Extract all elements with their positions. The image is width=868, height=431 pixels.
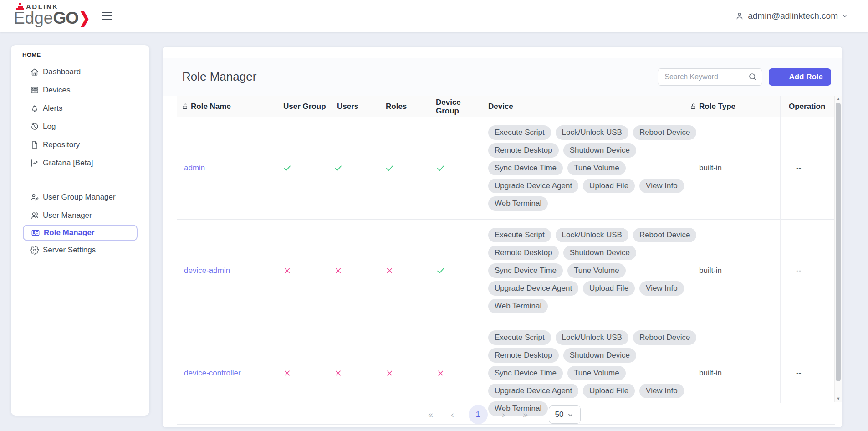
current-page-button[interactable]: 1 xyxy=(469,405,488,424)
column-header-device: Device xyxy=(488,96,513,117)
operation-value: -- xyxy=(796,369,801,378)
column-header-users: Users xyxy=(337,96,358,117)
role-type-value: built-in xyxy=(699,266,722,275)
plus-icon xyxy=(777,73,785,81)
permission-chip: View Info xyxy=(639,179,684,193)
product-name-go: GO xyxy=(53,10,78,27)
role-manager-panel: Role Manager Add Role Role NameUser Grou… xyxy=(163,47,842,427)
top-bar: ADLINK Edge GO ❯ admin@adlinktech.com xyxy=(0,0,868,32)
permission-chip: Remote Desktop xyxy=(488,348,559,363)
column-header-label: User Group xyxy=(283,102,326,111)
user-email: admin@adlinktech.com xyxy=(748,11,838,21)
column-header-label: Roles xyxy=(386,102,407,111)
sidebar-item-user-group-manager[interactable]: User Group Manager xyxy=(11,188,149,206)
sidebar-item-role-manager[interactable]: Role Manager xyxy=(23,225,138,241)
role-name-link[interactable]: admin xyxy=(184,164,205,173)
permission-chip: Shutdown Device xyxy=(563,143,636,158)
home-icon xyxy=(30,67,39,77)
sidebar-item-label: User Group Manager xyxy=(43,193,116,202)
next-page-button[interactable]: › xyxy=(498,410,510,420)
chart-icon xyxy=(30,159,39,168)
scroll-down-icon[interactable]: ▼ xyxy=(835,395,842,402)
column-header-label: Operation xyxy=(789,102,825,111)
sidebar-item-server-settings[interactable]: Server Settings xyxy=(11,241,149,259)
unlock-pin-icon[interactable] xyxy=(182,103,189,110)
table-row-admin: adminExecute ScriptLock/Unlock USBReboot… xyxy=(177,117,835,220)
prev-page-button[interactable]: ‹ xyxy=(447,410,459,420)
cross-icon-user-group xyxy=(264,267,310,275)
cross-icon-user-group xyxy=(264,369,310,378)
permission-chip: Web Terminal xyxy=(488,196,548,211)
permission-chip: Upload File xyxy=(583,179,635,193)
check-icon-roles xyxy=(367,164,412,173)
edgego-logo: ADLINK Edge GO ❯ xyxy=(14,3,91,27)
sidebar-admin-list: User Group ManagerUser ManagerRole Manag… xyxy=(11,188,149,259)
pagination: « ‹ 1 › » 50 xyxy=(163,402,842,427)
user-icon xyxy=(735,11,744,21)
scrollbar-thumb[interactable] xyxy=(836,103,841,381)
role-name-link[interactable]: device-controller xyxy=(184,369,241,378)
devices-icon xyxy=(30,86,39,95)
check-icon-device-group xyxy=(418,164,463,173)
sidebar-item-repository[interactable]: Repository xyxy=(11,136,149,154)
add-role-button[interactable]: Add Role xyxy=(769,68,831,86)
search-box xyxy=(658,68,762,86)
permission-chip: Sync Device Time xyxy=(488,263,563,278)
vertical-scrollbar[interactable]: ▲ ▼ xyxy=(834,96,842,402)
file-icon xyxy=(30,140,39,149)
table-row-device-admin: device-adminExecute ScriptLock/Unlock US… xyxy=(177,220,835,322)
search-icon[interactable] xyxy=(748,72,757,83)
users-icon xyxy=(30,211,39,220)
sidebar-item-devices[interactable]: Devices xyxy=(11,81,149,99)
permission-chip: Lock/Unlock USB xyxy=(556,125,628,140)
first-page-button[interactable]: « xyxy=(425,410,437,420)
sidebar-item-user-manager[interactable]: User Manager xyxy=(11,206,149,225)
device-permissions: Execute ScriptLock/Unlock USBReboot Devi… xyxy=(488,125,711,211)
cross-icon-roles xyxy=(367,369,412,378)
permission-chip: Execute Script xyxy=(488,330,551,345)
sidebar-item-label: Alerts xyxy=(43,104,62,113)
column-header-operation: Operation xyxy=(789,96,825,117)
sidebar-item-dashboard[interactable]: Dashboard xyxy=(11,63,149,81)
role-type-value: built-in xyxy=(699,164,722,173)
history-icon xyxy=(30,122,39,131)
permission-chip: Upgrade Device Agent xyxy=(488,281,578,296)
role-name-link[interactable]: device-admin xyxy=(184,266,230,275)
unlock-pin-icon[interactable] xyxy=(690,103,697,110)
last-page-button[interactable]: » xyxy=(520,410,531,420)
permission-chip: Reboot Device xyxy=(633,125,697,140)
operation-value: -- xyxy=(796,266,801,275)
sidebar-item-label: Role Manager xyxy=(44,228,94,237)
column-header-label: Device Group xyxy=(436,98,470,115)
user-menu[interactable]: admin@adlinktech.com xyxy=(735,0,848,32)
sidebar-section-label: HOME xyxy=(22,51,149,58)
page-title: Role Manager xyxy=(182,70,256,84)
permission-chip: Tune Volume xyxy=(567,161,626,175)
check-icon-users xyxy=(315,164,361,173)
permission-chip: View Info xyxy=(639,281,684,296)
cross-icon-device-group xyxy=(418,369,463,378)
sidebar-item-alerts[interactable]: Alerts xyxy=(11,99,149,118)
check-icon-device-group xyxy=(418,266,463,276)
permission-chip: Lock/Unlock USB xyxy=(556,330,628,345)
menu-toggle-icon[interactable] xyxy=(102,10,114,22)
logo-arrow-icon: ❯ xyxy=(79,8,90,28)
sidebar-item-label: User Manager xyxy=(43,211,92,220)
permission-chip: Remote Desktop xyxy=(488,246,559,260)
page-size-value: 50 xyxy=(555,410,564,419)
cross-icon-users xyxy=(315,369,361,378)
chevron-down-icon xyxy=(567,411,574,418)
permission-chip: Upload File xyxy=(583,384,635,398)
cross-icon-users xyxy=(315,267,361,275)
scroll-up-icon[interactable]: ▲ xyxy=(835,96,842,102)
column-header-user-group: User Group xyxy=(283,96,326,117)
sidebar-item-log[interactable]: Log xyxy=(11,118,149,136)
page-size-select[interactable]: 50 xyxy=(549,405,581,424)
search-input[interactable] xyxy=(658,68,762,86)
permission-chip: Shutdown Device xyxy=(563,246,636,260)
product-name-edge: Edge xyxy=(14,10,53,27)
permission-chip: Reboot Device xyxy=(633,228,697,242)
permission-chip: Tune Volume xyxy=(567,366,626,380)
sidebar-item-grafana-beta[interactable]: Grafana [Beta] xyxy=(11,154,149,172)
sidebar-item-label: Log xyxy=(43,122,56,131)
